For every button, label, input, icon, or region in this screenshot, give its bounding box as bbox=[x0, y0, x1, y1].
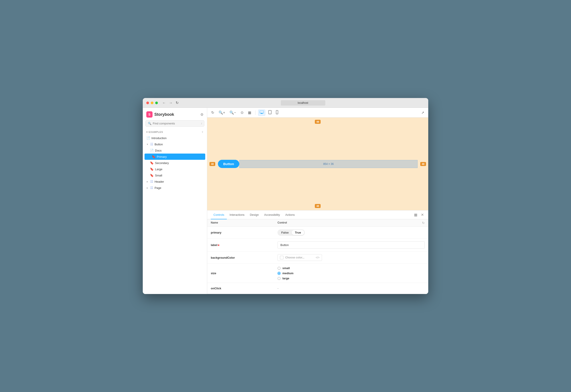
section-examples-label: ▾ EXAMPLES bbox=[146, 131, 163, 134]
reset-button[interactable]: ↻ bbox=[422, 221, 425, 225]
sidebar-item-header-label: Header bbox=[155, 180, 164, 183]
tab-accessibility[interactable]: Accessibility bbox=[261, 210, 283, 219]
controls-table: Name Control ↻ primary False True bbox=[207, 219, 428, 294]
sidebar-header: S Storybook ⚙ bbox=[143, 108, 207, 120]
controls-header: Name Control ↻ bbox=[207, 219, 428, 227]
sidebar-item-primary-label: Primary bbox=[157, 155, 167, 158]
zoom-reset-button[interactable]: ⊙ bbox=[239, 110, 245, 115]
content-area: ↻ 🔍+ 🔍− ⊙ ▦ ➚ bbox=[207, 108, 428, 294]
sidebar-item-secondary-label: Secondary bbox=[155, 161, 169, 165]
tablet-view-button[interactable] bbox=[267, 109, 273, 116]
control-row-label: label★ bbox=[207, 239, 428, 252]
sidebar-item-large-label: Large bbox=[155, 168, 162, 171]
color-picker[interactable]: Choose color... </> bbox=[277, 254, 322, 261]
svg-rect-1 bbox=[261, 113, 262, 113]
sidebar-item-primary[interactable]: 🔖 Primary bbox=[144, 154, 205, 160]
sidebar-item-page[interactable]: ► ☷ Page bbox=[143, 185, 207, 191]
radio-circle-large bbox=[277, 277, 281, 280]
search-input[interactable] bbox=[153, 122, 200, 125]
radio-label-large: large bbox=[282, 277, 289, 280]
url-input[interactable] bbox=[281, 100, 325, 106]
zoom-in-button[interactable]: 🔍+ bbox=[217, 110, 226, 115]
control-row-backgroundcolor: backgroundColor Choose color... </> bbox=[207, 252, 428, 264]
maximize-button[interactable] bbox=[155, 101, 158, 104]
radio-item-small[interactable]: small bbox=[277, 266, 425, 270]
close-button[interactable] bbox=[146, 101, 149, 104]
label-input[interactable] bbox=[277, 241, 425, 249]
bookmark-icon: 🔖 bbox=[150, 161, 154, 165]
minimize-button[interactable] bbox=[151, 101, 153, 104]
sidebar-item-small-label: Small bbox=[155, 174, 162, 177]
back-button[interactable]: ← bbox=[161, 100, 167, 105]
color-swatch bbox=[280, 256, 284, 259]
app-name: Storybook bbox=[154, 112, 174, 117]
color-code-button[interactable]: </> bbox=[316, 256, 319, 259]
panel-tab-icons: ▦ ✕ bbox=[413, 212, 425, 218]
titlebar: ← → ↻ bbox=[143, 98, 428, 108]
bookmark-icon: 🔖 bbox=[152, 155, 156, 158]
reload-button[interactable]: ↻ bbox=[175, 100, 179, 105]
section-collapse-button[interactable]: ⇧ bbox=[201, 131, 203, 134]
measurement-right: 48 bbox=[420, 162, 426, 166]
preview-button[interactable]: Button bbox=[218, 160, 239, 168]
sidebar-item-header[interactable]: ► ☷ Header bbox=[143, 179, 207, 185]
control-value-onclick: - bbox=[277, 287, 425, 290]
bookmark-icon: 🔖 bbox=[150, 174, 154, 177]
control-name-backgroundcolor: backgroundColor bbox=[211, 256, 277, 259]
search-shortcut: / bbox=[201, 122, 202, 125]
doc-icon: 📄 bbox=[150, 149, 154, 152]
preview-toolbar: ↻ 🔍+ 🔍− ⊙ ▦ ➚ bbox=[207, 108, 428, 118]
sidebar-item-introduction[interactable]: 📄 Introduction bbox=[143, 135, 207, 141]
toggle-true[interactable]: True bbox=[292, 230, 304, 235]
svg-point-4 bbox=[270, 113, 270, 114]
sidebar: S Storybook ⚙ 🔍 / ▾ EXAMPLES ⇧ 📄 Introdu… bbox=[143, 108, 207, 294]
col-control-header: Control bbox=[277, 221, 422, 225]
settings-button[interactable]: ⚙ bbox=[200, 112, 203, 117]
tab-actions[interactable]: Actions bbox=[283, 210, 298, 219]
svg-point-6 bbox=[277, 113, 277, 113]
chevron-right-icon: ► bbox=[146, 187, 149, 189]
storybook-logo: S bbox=[146, 111, 153, 118]
section-examples-header: ▾ EXAMPLES ⇧ bbox=[143, 129, 207, 135]
zoom-out-button[interactable]: 🔍− bbox=[228, 110, 237, 115]
sidebar-item-button[interactable]: ▼ ☷ Button bbox=[143, 141, 207, 147]
grid-icon: ☷ bbox=[150, 180, 153, 183]
sidebar-item-small[interactable]: 🔖 Small bbox=[143, 172, 207, 179]
nav-buttons: ← → ↻ bbox=[161, 100, 179, 105]
sidebar-item-introduction-label: Introduction bbox=[151, 137, 167, 140]
sidebar-item-large[interactable]: 🔖 Large bbox=[143, 166, 207, 172]
sidebar-item-docs[interactable]: 📄 Docs bbox=[143, 147, 207, 154]
grid-icon: ☷ bbox=[150, 186, 153, 190]
panel-close-button[interactable]: ✕ bbox=[420, 212, 425, 218]
search-box[interactable]: 🔍 / bbox=[145, 120, 204, 127]
logo-area: S Storybook bbox=[146, 111, 174, 118]
forward-button[interactable]: → bbox=[168, 100, 173, 105]
app-window: ← → ↻ S Storybook ⚙ 🔍 / bbox=[143, 98, 428, 294]
doc-icon: 📄 bbox=[146, 136, 150, 140]
refresh-button[interactable]: ↻ bbox=[210, 110, 215, 115]
control-value-label bbox=[277, 241, 425, 249]
sidebar-item-secondary[interactable]: 🔖 Secondary bbox=[143, 160, 207, 166]
control-value-size: small medium large bbox=[277, 266, 425, 280]
fullscreen-button[interactable]: ▦ bbox=[247, 110, 253, 115]
button-size-indicator: 854 × 36 bbox=[239, 160, 418, 168]
tab-design[interactable]: Design bbox=[247, 210, 261, 219]
toggle-false[interactable]: False bbox=[278, 230, 292, 235]
desktop-view-button[interactable] bbox=[258, 110, 265, 116]
panel-split-button[interactable]: ▦ bbox=[413, 212, 418, 218]
control-name-onclick: onClick bbox=[211, 287, 277, 290]
radio-item-medium[interactable]: medium bbox=[277, 272, 425, 275]
radio-item-large[interactable]: large bbox=[277, 277, 425, 280]
mobile-view-button[interactable] bbox=[275, 109, 280, 116]
measurement-bottom: 48 bbox=[315, 204, 321, 208]
url-bar bbox=[181, 100, 425, 106]
primary-toggle[interactable]: False True bbox=[277, 229, 305, 236]
control-row-size: size small medium bbox=[207, 264, 428, 283]
svg-rect-2 bbox=[261, 113, 263, 114]
tab-interactions[interactable]: Interactions bbox=[227, 210, 247, 219]
measurement-left: 48 bbox=[209, 162, 215, 166]
bookmark-icon: 🔖 bbox=[150, 167, 154, 171]
chevron-down-icon: ▼ bbox=[146, 143, 149, 146]
external-link-button[interactable]: ➚ bbox=[420, 110, 426, 115]
tab-controls[interactable]: Controls bbox=[211, 210, 227, 219]
